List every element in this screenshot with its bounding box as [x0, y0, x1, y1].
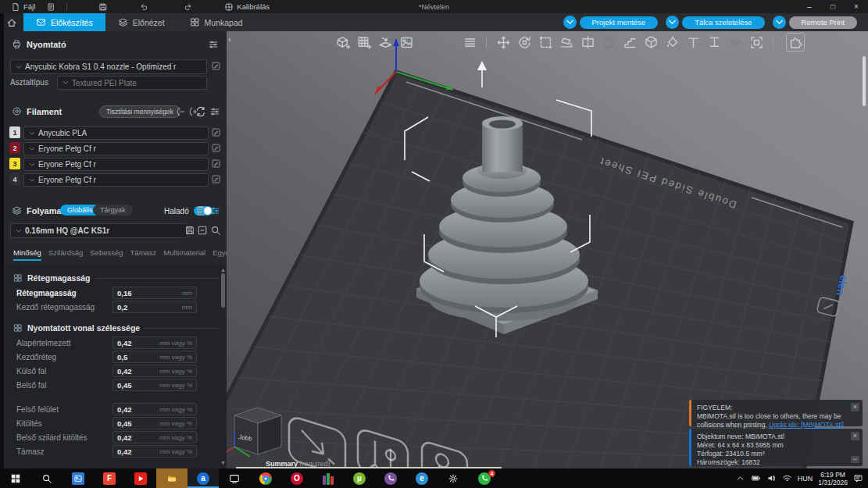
minimize-button[interactable]: –	[798, 0, 821, 13]
whatsapp-app[interactable]: 4	[469, 468, 500, 488]
file-menu[interactable]: Fájl	[11, 2, 35, 12]
chrome-app[interactable]	[250, 468, 281, 488]
calibration-menu[interactable]: Kalibrálás	[224, 2, 270, 12]
puzzle-tool-button[interactable]	[786, 33, 805, 52]
language-indicator[interactable]: HUN	[798, 475, 813, 483]
cut-tool-button[interactable]	[579, 34, 596, 51]
chevron-down-icon[interactable]	[773, 16, 786, 29]
notification-center-icon[interactable]	[853, 473, 863, 483]
process-settings-icon[interactable]	[209, 205, 220, 216]
search-button[interactable]	[31, 468, 63, 488]
filament-2-edit-icon[interactable]	[211, 143, 221, 153]
utorrent-app[interactable]: µ	[344, 468, 375, 488]
slicer-app[interactable]: a	[188, 468, 219, 488]
winrar-app[interactable]	[313, 468, 344, 488]
scroll-down-icon[interactable]: ▼	[220, 460, 226, 465]
remove-preset-icon[interactable]	[197, 225, 208, 236]
printer-preset-select[interactable]: Anycubic Kobra S1 0.4 nozzle - Optimized…	[10, 59, 207, 74]
setting-input[interactable]: 0,42mm vagy %	[113, 403, 197, 415]
filament-4-select[interactable]: Eryone Petg Cf r	[23, 173, 209, 187]
flushing-volumes-button[interactable]: Tisztítási mennyiségek	[99, 105, 180, 118]
filament-settings-icon[interactable]	[209, 106, 220, 117]
filament-1-edit-icon[interactable]	[211, 127, 221, 137]
process-list-icon[interactable]	[195, 205, 206, 216]
setting-input[interactable]: 0,2mm	[113, 301, 197, 313]
viewport-3d[interactable]: Double Sided PEI Sheet elen	[227, 31, 868, 468]
filament-3-badge[interactable]: 3	[9, 158, 20, 169]
tab-workbench[interactable]: Munkapad	[177, 13, 255, 31]
orient-tool-button[interactable]	[398, 34, 415, 51]
setting-input[interactable]: 0,45mm vagy %	[113, 417, 197, 429]
setting-input[interactable]: 0,16mm	[113, 287, 197, 299]
rotate-tool-button[interactable]	[516, 34, 533, 51]
sidebar-collapse-handle[interactable]: ‹	[228, 34, 231, 44]
maximize-button[interactable]: □	[821, 0, 845, 13]
step-tool-button[interactable]	[621, 34, 638, 51]
start-button[interactable]	[0, 468, 31, 488]
close-icon[interactable]: ×	[851, 403, 859, 411]
setting-input[interactable]: 0,42mm vagy %	[113, 337, 197, 349]
search-preset-icon[interactable]	[210, 225, 221, 236]
cube-add-tool-button[interactable]	[334, 34, 352, 51]
grid-add-tool-button[interactable]	[355, 34, 373, 51]
f-app[interactable]: F	[94, 468, 125, 488]
filament-1-badge[interactable]: 1	[9, 126, 20, 138]
chevron-down-icon[interactable]	[666, 16, 679, 29]
filament-3-edit-icon[interactable]	[211, 159, 221, 169]
support-tool-button[interactable]	[705, 34, 723, 51]
arrange-tool-button[interactable]	[377, 34, 394, 51]
process-tab-minőség[interactable]: Minőség	[13, 248, 41, 261]
setting-input[interactable]: 0,42mm vagy %	[113, 445, 197, 458]
sync-filament-icon[interactable]	[195, 106, 206, 117]
filament-2-select[interactable]: Eryone Petg Cf r	[23, 142, 209, 155]
close-icon[interactable]: ×	[851, 432, 859, 440]
printer-settings-icon[interactable]	[208, 39, 219, 50]
layflat-tool-button[interactable]	[558, 34, 575, 51]
paint-tool-button[interactable]	[663, 34, 680, 51]
youtube-app[interactable]	[125, 468, 156, 488]
settings-app[interactable]	[438, 468, 469, 488]
edge-app[interactable]: e	[406, 468, 438, 488]
grid-pair-tool-button[interactable]	[419, 34, 436, 51]
file-explorer-app[interactable]	[156, 468, 188, 488]
scrollbar-thumb[interactable]	[221, 273, 225, 308]
scope-objects-button[interactable]: Tárgyak	[93, 205, 133, 216]
cast-icon[interactable]	[219, 468, 250, 488]
process-tab-sebesség[interactable]: Sebesség	[90, 248, 123, 261]
process-tab-támasz[interactable]: Támasz	[130, 248, 157, 261]
frame-tool-button[interactable]	[748, 34, 765, 51]
minimize-icon[interactable]: −	[851, 456, 859, 463]
settings-scrollbar[interactable]: ▲ ▼	[221, 267, 225, 465]
network-icon[interactable]	[782, 473, 792, 483]
bed-type-select[interactable]: Textured PEI Plate	[57, 76, 207, 90]
photos-app[interactable]	[63, 468, 94, 488]
setting-input[interactable]: 0,5mm vagy %	[113, 351, 197, 363]
save-button[interactable]	[98, 2, 108, 12]
viber-app[interactable]	[375, 468, 406, 488]
remove-filament-icon[interactable]	[175, 106, 186, 117]
printer-edit-icon[interactable]	[211, 61, 221, 71]
grid-pair-tool-button[interactable]	[440, 34, 457, 51]
warning-jump-link[interactable]: Ugrás ide: [MBIMOTA.stl]	[769, 421, 844, 429]
filament-3-select[interactable]: Eryone Petg Cf r	[23, 158, 209, 171]
filament-1-select[interactable]: Anycubic PLA	[23, 126, 209, 140]
filament-2-badge[interactable]: 2	[9, 142, 20, 154]
scroll-up-icon[interactable]: ▲	[220, 267, 226, 272]
process-preset-select[interactable]: 0.16mm HQ @AC KS1r	[10, 223, 188, 238]
undo-button[interactable]	[139, 2, 148, 12]
slice-plate-action[interactable]: Tálca szeletelése	[666, 16, 764, 29]
opera-app[interactable]: O	[281, 468, 313, 488]
move-tool-button[interactable]	[495, 34, 512, 51]
setting-input[interactable]: 0,42mm vagy %	[113, 431, 197, 443]
settings-scroll-area[interactable]: Rétegmagasság Rétegmagasság 0,16mm Kezdő…	[4, 264, 227, 468]
notes-button[interactable]	[46, 2, 55, 12]
filament-4-edit-icon[interactable]	[211, 174, 221, 184]
process-tab-multimaterial[interactable]: Multimaterial	[163, 248, 205, 261]
speaker-icon[interactable]	[766, 473, 777, 483]
remote-print-action[interactable]: Remote Print	[773, 16, 857, 29]
clone-tool-button[interactable]	[600, 34, 617, 51]
chevron-down-icon[interactable]	[563, 16, 577, 29]
setting-input[interactable]: 0,42mm vagy %	[113, 365, 197, 377]
close-button[interactable]: ×	[845, 0, 868, 13]
tab-prepare[interactable]: Előkészítés	[23, 13, 105, 31]
